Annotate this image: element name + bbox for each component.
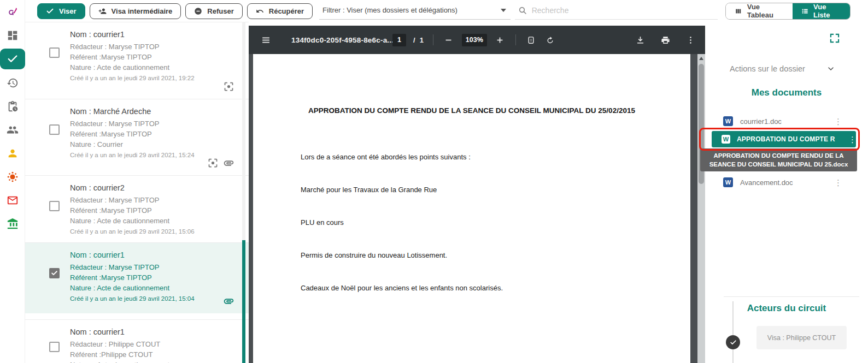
visa-intermediaire-button[interactable]: Visa intermédiaire (90, 3, 181, 19)
recuperer-label: Récupérer (269, 7, 304, 15)
folder-checkbox[interactable] (49, 47, 60, 58)
fullscreen-icon[interactable] (829, 33, 840, 44)
bank-icon[interactable] (0, 212, 25, 235)
filter-dropdown[interactable]: Filtrer : Viser (mes dossiers et délégat… (319, 3, 511, 20)
pdf-menu-icon[interactable] (260, 34, 272, 46)
document-menu-icon[interactable]: ⋮ (848, 138, 852, 141)
history-icon[interactable] (0, 71, 25, 94)
refuser-button[interactable]: Refuser (185, 3, 242, 19)
folder-referent: Référent :Maryse TIPTOP (70, 272, 240, 283)
focus-preview-icon[interactable] (223, 81, 234, 92)
document-paragraph: PLU en cours (301, 218, 668, 227)
word-file-icon: W (722, 135, 730, 144)
folder-redacteur: Rédacteur : Maryse TIPTOP (70, 118, 240, 129)
folder-referent: Référent :Philippe CTOUT (70, 349, 240, 360)
person-add-icon (98, 7, 107, 15)
folder-checkbox[interactable] (49, 124, 60, 135)
download-icon[interactable] (634, 34, 646, 46)
folder-item[interactable]: Nom : Marché Ardeche Rédacteur : Maryse … (25, 99, 249, 175)
viser-button[interactable]: Viser (37, 3, 85, 19)
document-row[interactable]: W Avancement.doc ⋮ (705, 173, 868, 192)
pdf-page-count: 1 (420, 36, 424, 44)
document-menu-icon[interactable]: ⋮ (834, 181, 837, 184)
folder-item-selected[interactable]: Nom : courrier1 Rédacteur : Maryse TIPTO… (25, 242, 249, 313)
search-box (515, 3, 718, 20)
document-paragraph: Lors de a séance ont été abordés les poi… (301, 153, 668, 161)
pending-tasks-icon[interactable] (0, 94, 25, 118)
folder-redacteur: Rédacteur : Philippe CTOUT (70, 339, 240, 349)
circuit-timeline (732, 301, 734, 363)
folder-redacteur: Rédacteur : Maryse TIPTOP (70, 262, 240, 272)
dossier-panel: Actions sur le dossier Mes documents W c… (705, 22, 868, 363)
vue-tableau-button[interactable]: Vue Tableau (726, 3, 792, 19)
folder-item[interactable]: Nom : courrier1 Rédacteur : Philippe CTO… (25, 319, 249, 363)
zoom-out-icon[interactable] (443, 34, 455, 46)
pdf-page[interactable]: APPROBATION DU COMPTE RENDU DE LA SEANCE… (253, 54, 690, 363)
document-title: APPROBATION DU COMPTE RENDU DE LA SEANCE… (253, 106, 690, 115)
pdf-toolbar: 134f0dc0-205f-4958-8e6c-a... 1 / 1 103% (249, 26, 705, 54)
refuser-label: Refuser (207, 7, 233, 15)
search-icon (518, 6, 527, 15)
document-paragraph: Cadeaux de Noël pour les anciens et les … (301, 284, 668, 292)
document-menu-icon[interactable]: ⋮ (834, 120, 837, 123)
folder-checkbox[interactable] (49, 342, 60, 352)
focus-preview-icon[interactable] (207, 157, 219, 169)
view-toggle: Vue Tableau Vue Liste (725, 3, 851, 20)
fit-page-icon[interactable] (525, 34, 537, 46)
pdf-doc-id: 134f0dc0-205f-4958-8e6c-a... (291, 36, 394, 44)
left-rail (0, 0, 25, 363)
undo-icon (256, 7, 264, 15)
folder-nature: Nature : Acte de cautionnement (70, 62, 240, 73)
check-icon (46, 7, 54, 15)
chevron-down-icon (501, 9, 506, 12)
circuit-step[interactable]: Visa : Philippe CTOUT (756, 326, 847, 349)
recuperer-button[interactable]: Récupérer (247, 3, 313, 19)
viser-button-label: Viser (59, 7, 77, 15)
pdf-scrollbar[interactable] (697, 54, 705, 363)
list-scrollbar-thumb[interactable] (242, 240, 245, 363)
scroll-up-arrow[interactable] (699, 57, 703, 60)
step-done-icon (726, 335, 740, 349)
rotate-icon[interactable] (544, 34, 556, 46)
profile-icon[interactable] (0, 141, 25, 165)
top-toolbar: Viser Visa intermédiaire Refuser Récupér… (25, 0, 868, 22)
folder-item[interactable]: Nom : courrier1 Rédacteur : Maryse TIPTO… (25, 22, 249, 99)
folder-created: Créé il y a un an le jeudi 29 avril 2021… (70, 228, 240, 235)
folder-referent: Référent :Maryse TIPTOP (70, 52, 240, 62)
folder-item[interactable]: Nom : courrier2 Rédacteur : Maryse TIPTO… (25, 175, 249, 242)
folder-checkbox-checked[interactable] (49, 268, 60, 278)
document-paragraph: Permis de construire du nouveau Lotissem… (301, 251, 668, 259)
dashboard-icon[interactable] (0, 23, 25, 47)
vue-tableau-label: Vue Tableau (747, 3, 784, 19)
actions-label: Actions sur le dossier (730, 64, 805, 73)
pdf-page-input[interactable]: 1 (392, 34, 406, 46)
folder-nature: Nature : Acte de cautionnement (70, 360, 240, 363)
pdf-right-controls (634, 34, 696, 46)
pdf-zoom-level[interactable]: 103% (462, 34, 487, 46)
list-scrollbar[interactable] (242, 22, 245, 363)
users-icon[interactable] (0, 118, 25, 141)
actions-dropdown[interactable]: Actions sur le dossier (730, 64, 835, 73)
folder-created: Créé il y a un an le jeudi 29 avril 2021… (70, 295, 240, 302)
zoom-in-icon[interactable] (494, 34, 506, 46)
folder-checkbox[interactable] (49, 201, 60, 211)
circuit-heading: Acteurs du circuit (705, 303, 868, 314)
print-icon[interactable] (659, 34, 671, 46)
viser-nav-icon[interactable] (0, 49, 25, 69)
block-icon (194, 7, 202, 15)
folder-referent: Référent :Maryse TIPTOP (70, 129, 240, 139)
document-row-selected[interactable]: W APPROBATION DU COMPTE R ⋮ (712, 131, 856, 147)
more-options-icon[interactable] (684, 34, 696, 46)
pdf-viewer: 134f0dc0-205f-4958-8e6c-a... 1 / 1 103% (249, 26, 705, 363)
folder-list: Nom : courrier1 Rédacteur : Maryse TIPTO… (25, 22, 249, 363)
document-row[interactable]: W courrier1.doc ⋮ (705, 112, 868, 130)
network-icon[interactable] (0, 165, 25, 188)
search-input[interactable] (532, 6, 716, 15)
document-label: Avancement.doc (740, 178, 836, 187)
app-logo-icon (0, 0, 25, 23)
pdf-page-controls: 1 / 1 103% (392, 34, 556, 46)
document-paragraph: Marché pour les Travaux de la Grande Rue (301, 186, 668, 194)
paperclip-icon (223, 295, 234, 307)
vue-liste-button[interactable]: Vue Liste (793, 3, 850, 19)
mail-icon[interactable] (0, 188, 25, 212)
